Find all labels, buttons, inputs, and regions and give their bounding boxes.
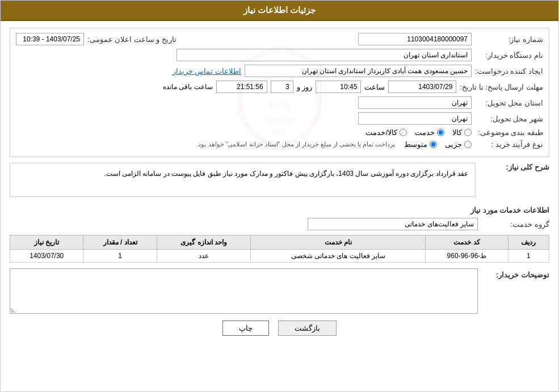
description-row: شرح کلی نیاز: عقد قرارداد برگزاری دوره آ… [10,163,549,201]
deadline-days-label: روز و [297,83,313,91]
city-label: شهر محل تحویل: [475,115,543,123]
cell-rownum: 1 [508,250,549,263]
description-text: عقد قرارداد برگزاری دوره آموزشی سال 1403… [10,163,476,197]
cell-date: 1403/07/30 [10,250,83,263]
org-name-label: نام دستگاه خریدار: [475,51,543,60]
description-title: شرح کلی نیاز: [481,163,549,171]
col-quantity: تعداد / مقدار [83,235,157,250]
need-number-row: شماره نیاز: 1103004180000097 تاریخ و ساع… [16,33,543,45]
services-table: ردیف کد خدمت نام خدمت واحد اندازه گیری ت… [10,235,549,263]
col-service-code: کد خدمت [426,235,508,250]
purchase-type-radio-group: جزیی متوسط [404,140,472,149]
purchase-motavaset-item: متوسط [404,140,437,149]
col-rownum: ردیف [508,235,549,250]
back-button[interactable]: بازگشت [278,321,337,336]
button-row: بازگشت چاپ [10,321,549,336]
need-number-label: شماره نیاز: [475,35,543,44]
buyer-notes-textarea[interactable] [10,268,478,314]
purchase-type-row: نوع فرآیند خرید : جزیی متوسط پرداخت تمام… [16,140,543,149]
table-header-row: ردیف کد خدمت نام خدمت واحد اندازه گیری ت… [10,235,549,250]
category-kala-khedmat-label: کالا/خدمت [365,128,397,137]
province-label: استان محل تحویل: [475,99,543,107]
deadline-label: مهلت ارسال پاسخ: تا تاریخ: [460,83,543,91]
category-row: طبقه بندی موضوعی: کالا خدمت کالا/خدمت [16,128,543,137]
col-unit: واحد اندازه گیری [157,235,251,250]
purchase-type-note: پرداخت تمام یا بخشی از مبلغ خریدار از مح… [196,141,395,148]
service-group-value: سایر فعالیت‌های خدماتی [308,218,478,230]
requester-label: ایجاد کننده درخواست: [475,67,543,75]
services-section-title: اطلاعات خدمات مورد نیاز [10,206,549,214]
need-number-value: 1103004180000097 [358,33,472,45]
col-service-name: نام خدمت [251,235,426,250]
category-kala-item: کالا [452,128,472,137]
main-info-section: شماره نیاز: 1103004180000097 تاریخ و ساع… [10,28,549,157]
purchase-type-label: نوع فرآیند خرید : [475,140,543,149]
org-name-row: نام دستگاه خریدار: استانداری استان تهران [16,49,543,61]
requester-value: حسین مسعودی همت آبادی کاربرداز استانداری… [245,65,472,77]
category-radio-group: کالا خدمت کالا/خدمت [365,128,472,137]
announce-datetime-value: 1403/07/25 - 10:39 [16,33,84,45]
deadline-time-label: ساعت [364,83,385,91]
page-title: جزئیات اطلاعات نیاز [243,5,316,15]
requester-row: ایجاد کننده درخواست: حسین مسعودی همت آبا… [16,65,543,77]
table-row: 1 ط-96-96-960 سایر فعالیت های خدماتی شخص… [10,250,549,263]
province-value: تهران [358,96,472,109]
city-value: تهران [358,112,472,125]
announce-datetime-label: تاریخ و ساعت اعلان عمومی: [87,35,176,44]
buyer-notes-label: توضیحات خریدار: [481,268,549,279]
purchase-jozee-item: جزیی [445,140,472,149]
category-kala-khedmat-radio[interactable] [400,129,407,136]
deadline-date: 1403/07/29 [388,81,456,93]
service-group-row: گروه خدمت: سایر فعالیت‌های خدماتی [10,218,549,230]
cell-service-name: سایر فعالیت های خدماتی شخصی [251,250,426,263]
deadline-time: 10:45 [316,81,361,93]
print-button[interactable]: چاپ [222,321,269,336]
cell-unit: عدد [157,250,251,263]
category-kala-radio[interactable] [464,129,472,136]
col-date: تاریخ نیاز [10,235,83,250]
purchase-motavaset-radio[interactable] [430,141,437,148]
city-row: شهر محل تحویل: تهران [16,112,543,125]
service-group-label: گروه خدمت: [481,220,549,229]
purchase-jozee-label: جزیی [445,140,462,149]
cell-quantity: 1 [83,250,157,263]
deadline-remaining-label: ساعت باقی مانده [163,83,213,91]
category-khedmat-item: خدمت [415,128,444,137]
requester-link[interactable]: اطلاعات تماس خریدار [173,67,241,75]
category-khedmat-label: خدمت [415,128,435,137]
services-table-container: ردیف کد خدمت نام خدمت واحد اندازه گیری ت… [10,235,549,263]
purchase-jozee-radio[interactable] [464,141,472,148]
deadline-remaining-time: 21:51:56 [216,81,267,93]
category-khedmat-radio[interactable] [437,129,444,136]
category-kala-label: کالا [452,128,462,137]
org-name-value: استانداری استان تهران [176,49,472,61]
buyer-notes-row: توضیحات خریدار: [10,268,549,314]
deadline-days: 3 [271,81,293,93]
category-kala-khedmat-item: کالا/خدمت [365,128,407,137]
deadline-row: مهلت ارسال پاسخ: تا تاریخ: 1403/07/29 سا… [16,81,543,93]
province-row: استان محل تحویل: تهران [16,96,543,109]
category-label: طبقه بندی موضوعی: [475,128,543,137]
page-header: جزئیات اطلاعات نیاز [1,1,558,21]
cell-service-code: ط-96-96-960 [426,250,508,263]
purchase-motavaset-label: متوسط [404,140,427,149]
